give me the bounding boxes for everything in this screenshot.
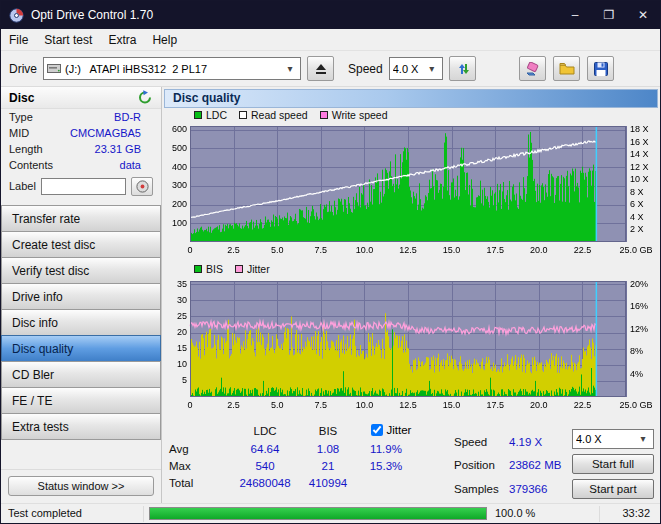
field-value: BD-R [114, 111, 141, 123]
field-label: Length [9, 143, 95, 155]
legend-label: Jitter [247, 263, 270, 275]
sidebar-item-fe-te[interactable]: FE / TE [1, 387, 161, 414]
save-button[interactable] [587, 56, 614, 81]
samples-readout-value: 379366 [509, 483, 547, 495]
panel-header: Disc quality [164, 89, 658, 108]
label-field-label: Label [9, 180, 36, 192]
disc-refresh-icon[interactable] [137, 90, 153, 105]
jitter-checkbox[interactable] [371, 424, 383, 436]
total-bis-value: 410994 [302, 477, 354, 489]
minimize-button[interactable]: – [558, 1, 592, 29]
disc-field-length: Length 23.31 GB [1, 141, 161, 157]
close-button[interactable]: ✕ [626, 1, 660, 29]
field-label: MID [9, 127, 70, 139]
field-label: Type [9, 111, 114, 123]
legend-label: Read speed [251, 109, 308, 121]
folder-icon [559, 62, 575, 75]
jitter-label: Jitter [387, 424, 412, 436]
label-edit-button[interactable] [131, 177, 153, 196]
bis-chart-legend: BIS Jitter [164, 262, 658, 277]
refresh-speeds-button[interactable] [449, 56, 476, 81]
progress-fill [150, 508, 486, 519]
start-part-button[interactable]: Start part [572, 479, 654, 499]
read-speed-swatch-icon [239, 111, 247, 119]
drive-icon [47, 63, 61, 74]
eject-button[interactable] [307, 56, 334, 81]
position-readout-value: 23862 MB [509, 459, 561, 471]
chevron-down-icon[interactable] [425, 59, 439, 78]
max-row-label: Max [169, 460, 191, 472]
avg-jitter-value: 11.9% [356, 443, 416, 455]
legend-label: BIS [206, 263, 223, 275]
bis-column-header: BIS [302, 425, 354, 437]
disc-field-mid: MID CMCMAGBA5 [1, 125, 161, 141]
ldc-swatch-icon [194, 111, 202, 119]
legend-label: Write speed [332, 109, 388, 121]
disc-field-type: Type BD-R [1, 109, 161, 125]
drive-select-value: (J:) ATAPI iHBS312 2 PL17 [65, 63, 283, 75]
status-text: Test completed [8, 507, 82, 519]
content-area: Disc Type BD-R MID CMCMAGBA5 Length 23.3… [1, 87, 660, 503]
status-window-button[interactable]: Status window >> [8, 476, 154, 496]
position-readout-label: Position [454, 459, 495, 471]
sidebar-item-drive-info[interactable]: Drive info [1, 283, 161, 310]
window-title: Opti Drive Control 1.70 [31, 8, 153, 22]
sidebar-item-verify-test-disc[interactable]: Verify test disc [1, 257, 161, 284]
disc-label-row: Label [1, 173, 161, 199]
folder-button[interactable] [553, 56, 580, 81]
progress-bar [149, 507, 487, 520]
bis-jitter-chart [164, 277, 658, 417]
menu-item-extra[interactable]: Extra [100, 30, 144, 50]
eraser-button[interactable] [519, 56, 546, 81]
toolbar: Drive (J:) ATAPI iHBS312 2 PL17 Speed 4.… [1, 51, 660, 87]
start-full-button[interactable]: Start full [572, 454, 654, 474]
ldc-chart-legend: LDC Read speed Write speed [164, 108, 658, 123]
page-title: Disc quality [173, 91, 240, 105]
status-bar: Test completed 100.0 % 33:32 [1, 503, 660, 523]
field-value: CMCMAGBA5 [70, 127, 141, 139]
drive-select[interactable]: (J:) ATAPI iHBS312 2 PL17 [43, 57, 301, 80]
jitter-swatch-icon [235, 265, 243, 273]
disc-field-contents: Contents data [1, 157, 161, 173]
speed-select-value: 4.0 X [393, 63, 425, 75]
total-ldc-value: 24680048 [230, 477, 300, 489]
eject-icon [316, 64, 326, 74]
title-bar[interactable]: Opti Drive Control 1.70 – ❐ ✕ [1, 1, 660, 29]
sidebar-item-transfer-rate[interactable]: Transfer rate [1, 205, 161, 232]
speed-select[interactable]: 4.0 X [389, 57, 443, 80]
sidebar-item-cd-bler[interactable]: CD Bler [1, 361, 161, 388]
field-value: data [120, 159, 141, 171]
sidebar-item-disc-quality[interactable]: Disc quality [1, 335, 161, 362]
avg-row-label: Avg [169, 443, 189, 455]
menu-item-start-test[interactable]: Start test [36, 30, 100, 50]
ldc-column-header: LDC [230, 425, 300, 437]
avg-ldc-value: 64.64 [230, 443, 300, 455]
app-window: Opti Drive Control 1.70 – ❐ ✕ File Start… [0, 0, 661, 524]
app-icon [9, 8, 24, 23]
sidebar-item-create-test-disc[interactable]: Create test disc [1, 231, 161, 258]
disc-panel-header: Disc [1, 87, 161, 109]
menu-item-help[interactable]: Help [144, 30, 185, 50]
samples-readout-label: Samples [454, 483, 499, 495]
ldc-chart [164, 122, 658, 262]
total-row-label: Total [169, 477, 193, 489]
sidebar-item-disc-info[interactable]: Disc info [1, 309, 161, 336]
chevron-down-icon[interactable] [636, 429, 650, 448]
time-remaining: 33:32 [622, 507, 650, 519]
field-value: 23.31 GB [95, 143, 141, 155]
result-speed-select[interactable]: 4.0 X [572, 429, 654, 449]
maximize-button[interactable]: ❐ [592, 1, 626, 29]
label-input[interactable] [41, 178, 126, 195]
bis-swatch-icon [194, 265, 202, 273]
sync-arrows-icon [455, 62, 470, 76]
write-speed-swatch-icon [320, 111, 328, 119]
sidebar-item-extra-tests[interactable]: Extra tests [1, 413, 161, 440]
menu-item-file[interactable]: File [1, 30, 36, 50]
speed-readout-label: Speed [454, 436, 487, 448]
menu-bar: File Start test Extra Help [1, 29, 660, 51]
disc-panel-title: Disc [9, 91, 137, 105]
chevron-down-icon[interactable] [283, 59, 297, 78]
max-ldc-value: 540 [230, 460, 300, 472]
speed-readout-value: 4.19 X [509, 436, 542, 448]
sidebar: Disc Type BD-R MID CMCMAGBA5 Length 23.3… [1, 87, 162, 503]
